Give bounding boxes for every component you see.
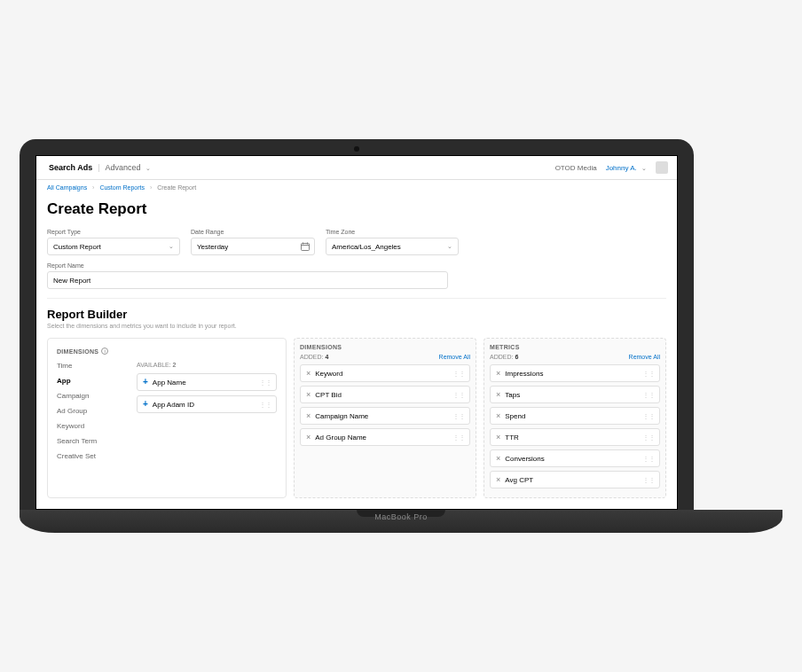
panel-header-label: DIMENSIONS: [57, 348, 98, 355]
date-range-select[interactable]: Yesterday: [191, 238, 315, 255]
plus-icon: +: [143, 378, 148, 387]
tab-search-term[interactable]: Search Term: [57, 437, 128, 445]
close-icon[interactable]: ×: [306, 390, 311, 399]
dimension-tabs: Time App Campaign Ad Group Keyword Searc…: [57, 362, 128, 460]
item-label: Keyword: [315, 370, 342, 378]
panel-header-label: METRICS: [490, 344, 660, 350]
added-item[interactable]: ×Ad Group Name⋮⋮: [300, 428, 470, 446]
field-label: Report Name: [47, 262, 448, 269]
item-label: TTR: [505, 434, 519, 441]
added-count: 6: [515, 354, 518, 360]
metrics-dropzone[interactable]: METRICS ADDED: 6 Remove All ×Impressions…: [484, 338, 666, 498]
drag-handle-icon[interactable]: ⋮⋮: [259, 401, 271, 409]
drag-handle-icon[interactable]: ⋮⋮: [452, 370, 465, 378]
panel-header-label: DIMENSIONS: [300, 344, 470, 350]
chip-label: App Name: [153, 379, 186, 387]
available-count: 2: [173, 362, 177, 368]
added-item[interactable]: ×Campaign Name⋮⋮: [300, 407, 470, 425]
added-item[interactable]: ×Conversions⋮⋮: [490, 449, 660, 467]
laptop-frame: Search Ads | Advanced ⌄ OTOD Media Johnn…: [20, 139, 694, 510]
close-icon[interactable]: ×: [496, 475, 500, 484]
avatar[interactable]: [656, 161, 668, 174]
item-label: Campaign Name: [315, 412, 368, 420]
breadcrumb-link[interactable]: Custom Reports: [99, 184, 145, 191]
drag-handle-icon[interactable]: ⋮⋮: [642, 370, 655, 378]
added-count: 4: [325, 354, 328, 360]
breadcrumb-current: Create Report: [157, 184, 196, 191]
field-label: Report Type: [47, 229, 180, 235]
added-item[interactable]: ×Taps⋮⋮: [490, 386, 660, 403]
page-title: Create Report: [47, 200, 666, 218]
report-name-input[interactable]: New Report: [47, 271, 448, 289]
tab-keyword[interactable]: Keyword: [57, 422, 128, 430]
added-item[interactable]: ×Spend⋮⋮: [490, 407, 660, 425]
dimensions-dropzone[interactable]: DIMENSIONS ADDED: 4 Remove All ×Keyword⋮…: [294, 338, 476, 498]
org-name: OTOD Media: [555, 164, 597, 172]
user-menu[interactable]: Johnny A. ⌄: [606, 164, 647, 172]
added-item[interactable]: ×Impressions⋮⋮: [490, 364, 660, 382]
top-bar: Search Ads | Advanced ⌄ OTOD Media Johnn…: [36, 156, 677, 180]
close-icon[interactable]: ×: [496, 411, 500, 420]
input-value: New Report: [53, 277, 90, 285]
added-item[interactable]: ×TTR⋮⋮: [490, 428, 660, 446]
tab-time[interactable]: Time: [57, 362, 128, 370]
laptop-base: MacBook Pro: [20, 510, 782, 533]
available-chip[interactable]: + App Adam ID ⋮⋮: [137, 395, 277, 413]
breadcrumb: All Campaigns › Custom Reports › Create …: [36, 180, 677, 195]
drag-handle-icon[interactable]: ⋮⋮: [642, 455, 655, 463]
divider: |: [98, 163, 99, 172]
added-item[interactable]: ×Avg CPT⋮⋮: [490, 471, 660, 488]
close-icon[interactable]: ×: [306, 433, 311, 441]
close-icon[interactable]: ×: [496, 390, 500, 399]
select-value: Yesterday: [197, 243, 228, 251]
svg-rect-0: [302, 244, 310, 251]
drag-handle-icon[interactable]: ⋮⋮: [642, 391, 655, 399]
added-label: ADDED:: [490, 354, 513, 360]
chevron-down-icon: ⌄: [145, 165, 151, 171]
remove-all-link[interactable]: Remove All: [439, 354, 470, 360]
dimensions-panel: DIMENSIONS i Time App Campaign Ad Group …: [47, 338, 287, 498]
added-item[interactable]: ×Keyword⋮⋮: [300, 364, 470, 382]
drag-handle-icon[interactable]: ⋮⋮: [452, 391, 465, 399]
info-icon[interactable]: i: [101, 348, 108, 355]
tab-ad-group[interactable]: Ad Group: [57, 407, 128, 415]
screen: Search Ads | Advanced ⌄ OTOD Media Johnn…: [35, 155, 678, 510]
chevron-down-icon: ⌄: [169, 243, 174, 250]
time-zone-select[interactable]: America/Los_Angeles ⌄: [326, 238, 459, 255]
item-label: CPT Bid: [315, 391, 342, 399]
drag-handle-icon[interactable]: ⋮⋮: [642, 476, 655, 484]
select-value: Custom Report: [53, 243, 101, 251]
close-icon[interactable]: ×: [306, 411, 311, 420]
chevron-down-icon: ⌄: [447, 243, 452, 250]
close-icon[interactable]: ×: [496, 454, 500, 463]
drag-handle-icon[interactable]: ⋮⋮: [452, 434, 465, 441]
tab-app[interactable]: App: [57, 377, 128, 385]
item-label: Spend: [505, 412, 525, 420]
calendar-icon: [301, 242, 310, 251]
report-type-select[interactable]: Custom Report ⌄: [47, 238, 180, 255]
available-chip[interactable]: + App Name ⋮⋮: [137, 373, 277, 391]
drag-handle-icon[interactable]: ⋮⋮: [452, 412, 465, 420]
tab-campaign[interactable]: Campaign: [57, 392, 128, 400]
breadcrumb-link[interactable]: All Campaigns: [47, 184, 87, 191]
field-label: Date Range: [191, 229, 315, 235]
tier-label: Advanced: [106, 163, 141, 172]
drag-handle-icon[interactable]: ⋮⋮: [642, 412, 655, 420]
brand-name: Search Ads: [49, 163, 92, 172]
plus-icon: +: [143, 400, 148, 409]
available-label: AVAILABLE:: [137, 362, 171, 368]
added-label: ADDED:: [300, 354, 323, 360]
user-name: Johnny A.: [606, 164, 637, 172]
close-icon[interactable]: ×: [306, 369, 311, 378]
tab-creative-set[interactable]: Creative Set: [57, 452, 128, 460]
drag-handle-icon[interactable]: ⋮⋮: [259, 379, 271, 387]
chevron-right-icon: ›: [150, 184, 152, 191]
close-icon[interactable]: ×: [496, 433, 500, 441]
drag-handle-icon[interactable]: ⋮⋮: [642, 434, 655, 441]
close-icon[interactable]: ×: [496, 369, 500, 378]
remove-all-link[interactable]: Remove All: [629, 354, 660, 360]
item-label: Taps: [505, 391, 520, 399]
tier-selector[interactable]: Advanced ⌄: [106, 163, 152, 172]
added-item[interactable]: ×CPT Bid⋮⋮: [300, 386, 470, 403]
chevron-right-icon: ›: [92, 184, 94, 191]
